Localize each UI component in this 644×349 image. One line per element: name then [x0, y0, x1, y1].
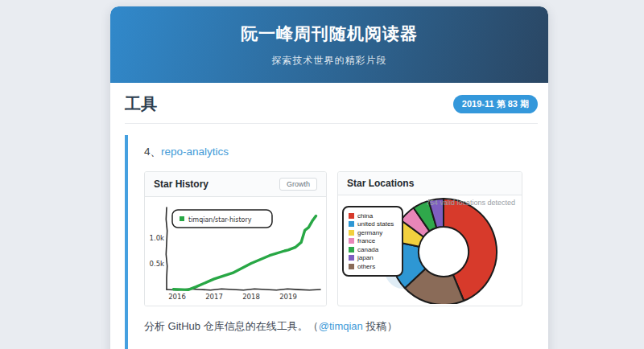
- svg-text:timqian/star-history: timqian/star-history: [188, 216, 252, 224]
- legend-swatch: [349, 255, 354, 261]
- page-header: 阮一峰周刊随机阅读器 探索技术世界的精彩片段: [110, 6, 548, 83]
- legend-label: canada: [357, 246, 378, 253]
- charts-row: Star History Growth 20162017201820190.5k…: [144, 171, 538, 306]
- legend-item-united-states: united states: [349, 220, 397, 229]
- svg-text:2018: 2018: [242, 293, 260, 301]
- star-history-chart: 20162017201820190.5k1.0ktimqian/star-his…: [145, 197, 326, 306]
- svg-text:0.5k: 0.5k: [150, 260, 165, 268]
- article-index: 4、: [144, 146, 161, 158]
- page-title: 阮一峰周刊随机阅读器: [241, 23, 418, 45]
- main-card: 阮一峰周刊随机阅读器 探索技术世界的精彩片段 工具 2019-11 第 83 期…: [110, 6, 548, 349]
- donut-legend: chinaunited statesgermanyfrancecanadajap…: [342, 206, 403, 277]
- legend-swatch: [349, 238, 354, 244]
- star-locations-body: 754 valid locations detected chinaunited…: [338, 195, 522, 304]
- page-content: 工具 2019-11 第 83 期 4、repo-analytics Star …: [110, 83, 548, 349]
- legend-swatch: [349, 230, 354, 236]
- star-history-body: 20162017201820190.5k1.0ktimqian/star-his…: [145, 197, 326, 306]
- star-locations-title: Star Locations: [347, 178, 414, 189]
- star-history-header: Star History Growth: [145, 172, 326, 197]
- legend-item-germany: germany: [349, 228, 397, 237]
- valid-locations-note: 754 valid locations detected: [426, 199, 515, 207]
- issue-badge: 2019-11 第 83 期: [453, 95, 538, 113]
- section-divider: [125, 123, 538, 124]
- legend-swatch: [349, 247, 354, 253]
- article-title: 4、repo-analytics: [144, 145, 538, 159]
- page-subtitle: 探索技术世界的精彩片段: [272, 54, 387, 68]
- caption-suffix: 投稿）: [363, 320, 398, 332]
- article-item: 4、repo-analytics Star History Growth 201…: [125, 135, 538, 349]
- growth-button[interactable]: Growth: [279, 178, 317, 191]
- star-locations-card: Star Locations 754 valid locations detec…: [337, 171, 522, 306]
- star-locations-header: Star Locations: [338, 172, 522, 195]
- svg-text:1.0k: 1.0k: [150, 234, 165, 242]
- timqian-link[interactable]: @timqian: [319, 320, 363, 332]
- repo-analytics-link[interactable]: repo-analytics: [161, 146, 229, 158]
- legend-swatch: [349, 221, 354, 227]
- legend-label: china: [357, 212, 373, 220]
- star-history-title: Star History: [154, 179, 208, 190]
- legend-label: united states: [357, 220, 394, 228]
- section-header: 工具 2019-11 第 83 期: [125, 93, 538, 115]
- svg-text:2016: 2016: [168, 293, 186, 301]
- svg-text:2019: 2019: [279, 293, 297, 301]
- svg-text:2017: 2017: [205, 293, 223, 301]
- article-caption: 分析 GitHub 仓库信息的在线工具。（@timqian 投稿）: [144, 319, 538, 334]
- legend-label: japan: [357, 254, 374, 261]
- star-history-card: Star History Growth 20162017201820190.5k…: [144, 171, 327, 306]
- caption-prefix: 分析 GitHub 仓库信息的在线工具。（: [144, 320, 319, 332]
- legend-item-japan: japan: [349, 254, 397, 263]
- legend-item-canada: canada: [349, 245, 397, 254]
- legend-swatch: [349, 264, 354, 269]
- legend-label: germany: [357, 229, 382, 236]
- section-title: 工具: [125, 93, 157, 115]
- legend-label: france: [357, 237, 375, 244]
- legend-item-others: others: [349, 262, 397, 271]
- legend-label: others: [357, 263, 375, 270]
- legend-item-china: china: [349, 211, 397, 220]
- legend-item-france: france: [349, 237, 397, 246]
- legend-swatch: [349, 213, 354, 219]
